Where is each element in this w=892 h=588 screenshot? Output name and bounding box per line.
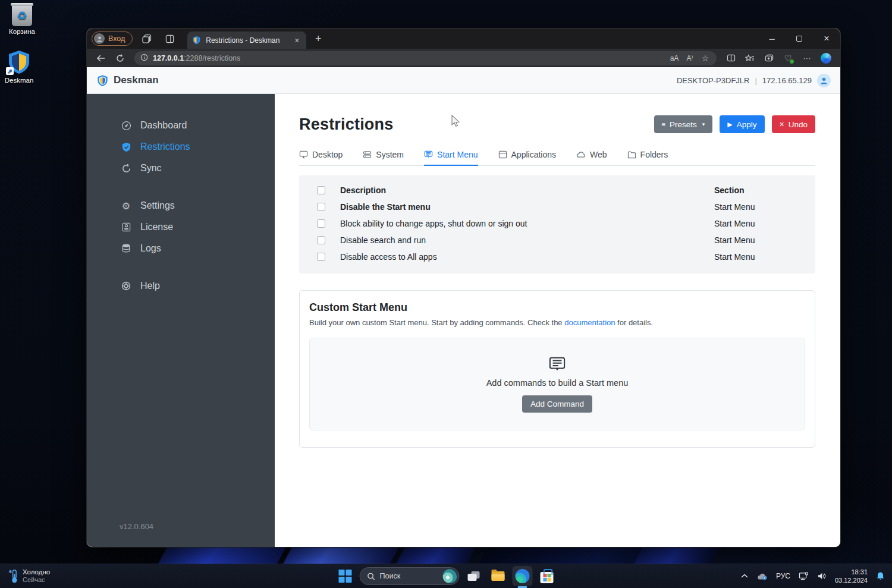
start-menu-dropzone: Add commands to build a Start menu Add C… [309, 338, 805, 430]
tab-start-menu[interactable]: Start Menu [424, 150, 478, 165]
profile-button[interactable]: Вход [92, 32, 133, 46]
translate-icon[interactable]: aA [667, 52, 682, 65]
row-checkbox[interactable] [317, 203, 325, 211]
tab-actions-icon[interactable] [161, 30, 178, 47]
onedrive-cloud-icon[interactable] [756, 573, 768, 580]
presets-button[interactable]: ≡ Presets ▾ [654, 115, 713, 133]
page-title: Restrictions [299, 115, 393, 134]
file-explorer-button[interactable] [488, 566, 508, 586]
desktop-icon-recycle-bin[interactable]: ♻ Корзина [0, 5, 48, 35]
apply-button[interactable]: ▶ Apply [720, 115, 764, 133]
table-row[interactable]: Disable search and run Start Menu [299, 232, 815, 249]
tab-system[interactable]: System [363, 150, 404, 165]
start-menu-empty-icon [548, 356, 566, 373]
volume-icon[interactable] [817, 572, 827, 580]
window-minimize-button[interactable]: ─ [758, 29, 786, 49]
shield-check-icon [121, 142, 131, 152]
new-tab-button[interactable]: + [310, 30, 326, 47]
sidebar-item-logs[interactable]: Logs [87, 238, 275, 259]
sidebar-item-license[interactable]: License [87, 216, 275, 238]
table-row[interactable]: Block ability to change apps, shut down … [299, 215, 815, 232]
weather-condition: Холодно [23, 568, 50, 576]
table-row[interactable]: Disable the Start menu Start Menu [299, 199, 815, 215]
split-screen-icon[interactable] [723, 51, 739, 65]
notifications-bell-icon[interactable] [876, 571, 885, 581]
start-menu-icon [424, 150, 433, 159]
microsoft-store-button[interactable] [537, 566, 557, 586]
column-header-section: Section [714, 185, 815, 195]
taskbar-clock[interactable]: 18:31 03.12.2024 [835, 568, 868, 585]
undo-button[interactable]: × Undo [772, 115, 815, 133]
brand: Deskman [96, 74, 159, 87]
tab-close-icon[interactable]: × [292, 36, 301, 45]
window-maximize-button[interactable] [786, 29, 813, 49]
svg-text:❄: ❄ [8, 569, 12, 574]
start-button[interactable] [335, 566, 356, 586]
settings-more-icon[interactable]: ··· [799, 51, 815, 65]
workspaces-icon[interactable] [139, 30, 155, 47]
license-card-icon [121, 222, 131, 232]
chevron-down-icon: ▾ [702, 121, 705, 127]
documentation-link[interactable]: documentation [564, 318, 615, 327]
weather-time: Сейчас [23, 576, 50, 584]
refresh-icon[interactable] [112, 51, 128, 65]
select-all-checkbox[interactable] [317, 186, 325, 194]
table-row[interactable]: Disable access to All apps Start Menu [299, 249, 815, 265]
sidebar-item-restrictions[interactable]: Restrictions [87, 136, 275, 158]
add-command-button[interactable]: Add Command [522, 395, 592, 413]
gear-icon: ⚙ [121, 200, 131, 212]
tab-favicon-shield-icon [192, 36, 201, 45]
device-name: DESKTOP-P3DFJLR [677, 76, 750, 85]
main-content: Restrictions ≡ Presets ▾ ▶ Apply × [275, 94, 840, 547]
tab-web[interactable]: Web [576, 150, 607, 165]
tray-chevron-up-icon[interactable] [741, 574, 748, 578]
microsoft-store-icon [541, 572, 554, 583]
row-checkbox[interactable] [317, 253, 325, 261]
tab-applications[interactable]: Applications [498, 150, 557, 165]
taskbar-search[interactable]: Поиск [360, 567, 460, 585]
windows-logo-icon [339, 570, 352, 583]
address-url: 127.0.0.1:2288/restrictions [153, 54, 240, 62]
custom-start-menu-card: Custom Start Menu Build your own custom … [299, 290, 815, 448]
desktop-icon-deskman[interactable]: ↗ Deskman [0, 49, 45, 84]
file-explorer-icon [492, 571, 505, 581]
tab-folders[interactable]: Folders [627, 150, 668, 165]
browser-tab[interactable]: Restrictions - Deskman × [187, 32, 306, 49]
back-icon[interactable] [93, 51, 109, 65]
sidebar-item-help[interactable]: Help [87, 275, 275, 297]
brand-shield-icon [96, 74, 109, 87]
copilot-icon[interactable] [818, 51, 834, 65]
column-header-description: Description [340, 185, 714, 195]
database-icon [121, 244, 131, 253]
thermometer-icon: ❄ [8, 568, 18, 584]
tab-desktop[interactable]: Desktop [299, 150, 343, 165]
taskbar-weather-widget[interactable]: ❄ Холодно Сейчас [0, 564, 58, 588]
network-icon[interactable] [799, 572, 809, 580]
device-ip: 172.16.65.129 [762, 76, 812, 85]
user-avatar[interactable] [817, 74, 831, 87]
favorites-icon[interactable] [742, 51, 758, 65]
sidebar-item-settings[interactable]: ⚙ Settings [87, 195, 275, 216]
search-daily-image [443, 569, 457, 583]
task-view-button[interactable] [464, 566, 484, 586]
play-icon: ▶ [727, 121, 732, 128]
sidebar-item-sync[interactable]: Sync [87, 158, 275, 179]
window-close-button[interactable]: × [813, 29, 840, 49]
desktop-icon-label: Deskman [0, 77, 45, 84]
site-info-icon[interactable] [140, 53, 148, 64]
folder-icon [627, 151, 636, 159]
read-aloud-icon[interactable]: A⁾ [682, 52, 698, 65]
favorite-star-icon[interactable]: ☆ [698, 52, 713, 65]
row-checkbox[interactable] [317, 219, 325, 228]
edge-browser-button[interactable] [513, 566, 533, 586]
restrictions-table: Description Section Disable the Start me… [299, 175, 815, 273]
language-indicator[interactable]: РУС [776, 572, 790, 580]
collections-icon[interactable] [761, 51, 777, 65]
list-icon: ≡ [662, 121, 665, 128]
compass-icon [121, 121, 131, 131]
restriction-tabs: Desktop System Start Menu [299, 150, 815, 166]
sidebar-item-dashboard[interactable]: Dashboard [87, 115, 275, 136]
browser-essentials-icon[interactable]: ♡ [780, 51, 796, 65]
row-checkbox[interactable] [317, 236, 325, 244]
address-bar[interactable]: 127.0.0.1:2288/restrictions aA A⁾ ☆ [134, 51, 717, 65]
